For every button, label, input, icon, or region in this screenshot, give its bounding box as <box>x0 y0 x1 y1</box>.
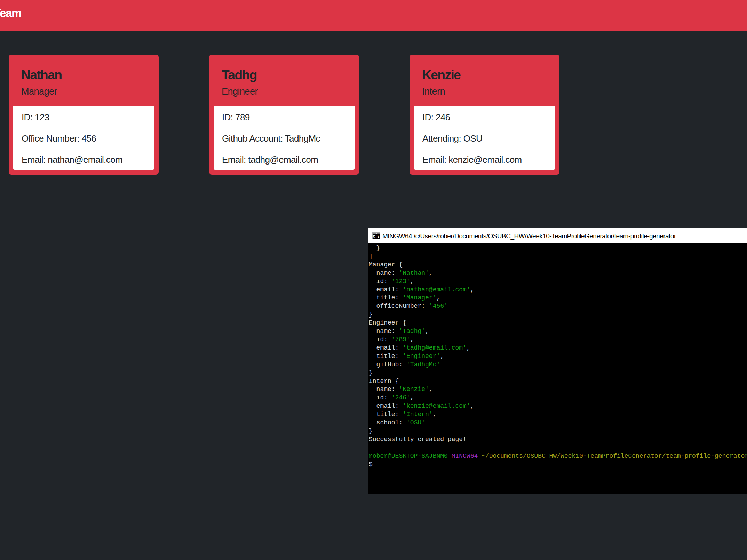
svg-text:C:\: C:\ <box>373 235 379 239</box>
